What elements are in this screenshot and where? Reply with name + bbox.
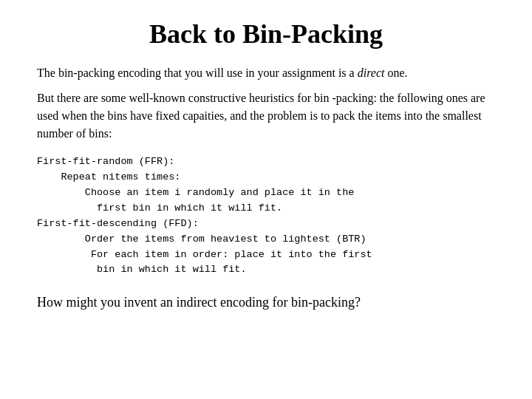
paragraph1-end: one. [384,66,407,79]
paragraph-1: The bin-packing encoding that you will u… [37,64,495,82]
slide-container: Back to Bin-Packing The bin-packing enco… [37,15,495,384]
paragraph-2: But there are some well-known constructi… [37,89,495,143]
code-block: First-fit-random (FFR): Repeat nitems ti… [37,154,495,278]
paragraph1-italic: direct [358,66,385,79]
bottom-question: How might you invent an indirect encodin… [37,293,495,313]
slide-title: Back to Bin-Packing [37,18,495,50]
paragraph1-text: The bin-packing encoding that you will u… [37,66,358,79]
